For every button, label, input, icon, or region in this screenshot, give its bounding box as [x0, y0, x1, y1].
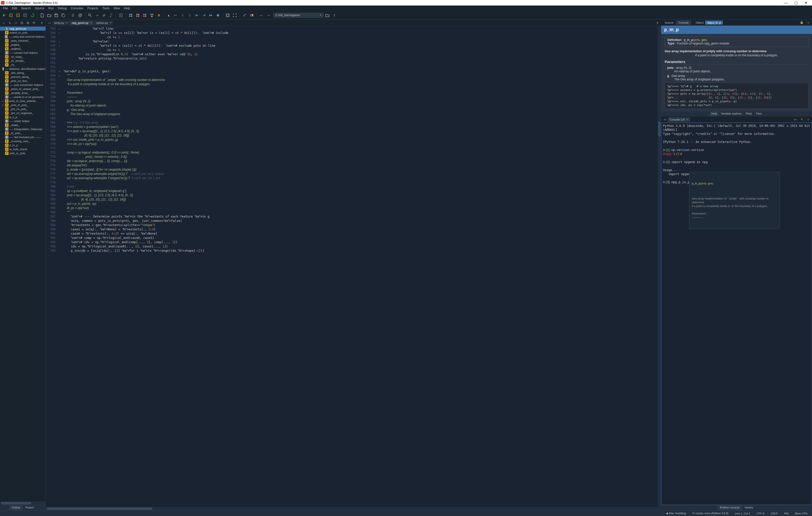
- outline-options-icon[interactable]: ≡: [39, 20, 45, 26]
- outline-item[interactable]: f_ch_: [0, 63, 46, 67]
- tab-project[interactable]: Project: [23, 505, 36, 511]
- editor-area[interactable]: 743 744 745 746 747 748 749 750 751 752 …: [46, 26, 661, 507]
- swap-button[interactable]: ⇄: [101, 12, 107, 19]
- preferences-button[interactable]: [241, 12, 248, 19]
- maximize-pane-button[interactable]: [225, 12, 231, 19]
- outline-item[interactable]: f_pnt_on_segment_: [0, 111, 46, 115]
- help-options-icon[interactable]: ≡: [806, 20, 811, 25]
- outline-item[interactable]: f_polys_to_unique_pnts_: [0, 87, 46, 91]
- menu-edit[interactable]: Edit: [10, 6, 19, 10]
- grid2-button[interactable]: [135, 12, 141, 19]
- debug-up-button[interactable]: ▲: [166, 12, 172, 19]
- at-button[interactable]: @: [77, 12, 84, 19]
- console-clear-icon[interactable]: ✎: [799, 117, 805, 122]
- outline-tree[interactable]: ▾🐍npg_geom.py fextent_to_poly#---- area …: [0, 26, 46, 502]
- outline-item[interactable]: #---- points in or on geometry: [0, 95, 46, 99]
- close-icon[interactable]: ✕: [66, 21, 68, 24]
- tab-varexp[interactable]: Variable explorer: [719, 111, 744, 117]
- editor-tab[interactable]: npg_geom.py✕: [70, 21, 93, 25]
- menu-help[interactable]: Help: [122, 6, 132, 10]
- grid-eye-button[interactable]: [149, 12, 155, 19]
- close-icon[interactable]: ✕: [90, 21, 92, 24]
- editor-options-icon[interactable]: ≡: [655, 20, 660, 26]
- close-icon[interactable]: ✕: [686, 118, 688, 121]
- close-icon[interactable]: ✕: [110, 21, 112, 24]
- outline-item[interactable]: #---- rotate helper: [0, 119, 46, 123]
- python-path-button[interactable]: [249, 12, 255, 19]
- tab-outline[interactable]: Outline: [9, 505, 23, 511]
- outline-item[interactable]: f_dist_along_: [0, 71, 46, 75]
- editor-hscroll[interactable]: [46, 507, 661, 511]
- forward-button[interactable]: →: [265, 12, 272, 19]
- rerun-button[interactable]: [29, 12, 36, 19]
- editor-vscroll[interactable]: [658, 26, 661, 507]
- outline-goto-icon[interactable]: ↳: [7, 20, 12, 26]
- menu-run[interactable]: Run: [46, 6, 56, 10]
- working-dir-combo[interactable]: C:\Git_Dan\npgeom ▾: [273, 13, 323, 18]
- outline-item[interactable]: f_rotate_: [0, 123, 46, 127]
- outline-collapse-icon[interactable]: ⊟: [19, 20, 25, 26]
- outline-item[interactable]: f_angles2_: [0, 47, 46, 51]
- outline-item[interactable]: #---- convex hull helpers: [0, 51, 46, 55]
- outline-item[interactable]: f_crossing_num_: [0, 139, 46, 143]
- outline-item[interactable]: ▸fpnts_in_Geo_extents: [0, 99, 46, 103]
- debug-goto-button[interactable]: [201, 12, 207, 19]
- outline-item[interactable]: #---- area and centroid helpers: [0, 35, 46, 39]
- code-view[interactable]: "kw">if line: "kw">if (x == xs[i]) "kw">…: [62, 26, 661, 507]
- parent-dir-button[interactable]: ⇧: [331, 12, 338, 19]
- console-stop-icon[interactable]: ▭: [792, 117, 798, 122]
- sort-az-button[interactable]: ↓a: [94, 12, 100, 19]
- status-kite[interactable]: ◆ Kite: Installing: [663, 512, 689, 515]
- tab-plots[interactable]: Plots: [744, 111, 754, 117]
- menu-tools[interactable]: Tools: [100, 6, 111, 10]
- run-selection-button[interactable]: [22, 12, 29, 19]
- tab-source[interactable]: Source: [662, 20, 676, 25]
- sort-num-button[interactable]: ↓19: [108, 12, 114, 19]
- debug-out-button[interactable]: [186, 12, 193, 19]
- outline-doc-icon[interactable]: ▭: [13, 20, 19, 26]
- outline-item[interactable]: #---- triangulation, Delaunay: [0, 127, 46, 131]
- debug-file-button[interactable]: [118, 12, 124, 19]
- status-conda[interactable]: ⟳ conda: envs (Python 3.6.9): [689, 512, 731, 515]
- help-lock-icon[interactable]: 🔒: [799, 20, 805, 25]
- debug-ff-button[interactable]: [208, 12, 214, 19]
- outline-item[interactable]: f_angles_: [0, 43, 46, 47]
- menu-projects[interactable]: Projects: [85, 6, 100, 10]
- fullscreen-button[interactable]: [232, 12, 238, 19]
- outline-item[interactable]: fextent_to_poly: [0, 31, 46, 35]
- outline-item[interactable]: f_tri_pnts_: [0, 131, 46, 135]
- outline-home-icon[interactable]: ⌂: [1, 20, 6, 26]
- outline-item[interactable]: #---- poly conversion helpers: [0, 83, 46, 87]
- run-button[interactable]: [1, 12, 7, 19]
- save-all-button[interactable]: [60, 12, 67, 19]
- console-output[interactable]: Python 3.6.9 |Anaconda, Inc.| (default, …: [661, 123, 812, 505]
- browse-dir-button[interactable]: [324, 12, 330, 19]
- debug-continue-button[interactable]: [194, 12, 200, 19]
- close-button[interactable]: ✕: [801, 1, 811, 5]
- tab-ipython[interactable]: IPython console: [718, 505, 742, 511]
- outline-root[interactable]: ▾🐍npg_geom.py: [0, 27, 46, 31]
- outline-item[interactable]: f_ch_scipy_: [0, 55, 46, 59]
- editor-browse-icon[interactable]: ▭: [47, 20, 52, 26]
- outline-item[interactable]: fp_in_p: [0, 143, 46, 147]
- tab-files[interactable]: Files: [754, 111, 764, 117]
- editor-tab[interactable]: npGeo.py✕: [94, 21, 113, 25]
- find-button[interactable]: [87, 12, 93, 19]
- debug-into-button[interactable]: [179, 12, 186, 19]
- menu-file[interactable]: File: [1, 6, 10, 10]
- outline-item[interactable]: f_percent_along_: [0, 75, 46, 79]
- menu-search[interactable]: Search: [19, 6, 33, 10]
- outline-item[interactable]: fp_o_p: [0, 115, 46, 119]
- tab-help[interactable]: Help: [709, 111, 719, 117]
- run-cell-button[interactable]: [8, 12, 14, 19]
- open-file-button[interactable]: [46, 12, 53, 19]
- menu-consoles[interactable]: Consoles: [69, 6, 85, 10]
- cell-nav-button[interactable]: [70, 12, 77, 19]
- outline-item[interactable]: f_ch_simple_: [0, 59, 46, 63]
- editor-tab[interactable]: temp.py✕: [52, 21, 69, 25]
- outline-item[interactable]: ▸f_pnts_in_poly_: [0, 103, 46, 107]
- outline-item[interactable]: f_simplify_lines_: [0, 91, 46, 95]
- run-cell-advance-button[interactable]: [15, 12, 22, 19]
- tab-history[interactable]: History: [742, 505, 756, 511]
- outline-item[interactable]: f_area_centroid_: [0, 39, 46, 43]
